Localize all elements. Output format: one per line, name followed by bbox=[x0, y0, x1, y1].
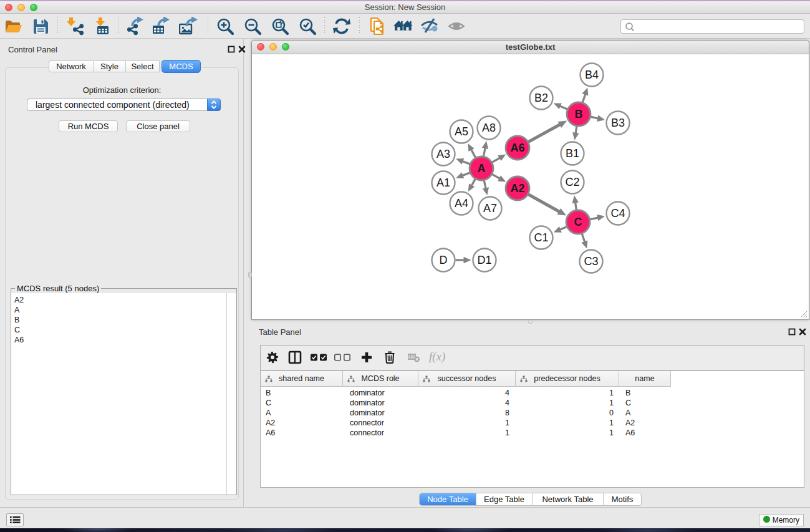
svg-text:A8: A8 bbox=[482, 122, 496, 134]
svg-text:C4: C4 bbox=[610, 207, 625, 220]
svg-text:B2: B2 bbox=[534, 92, 548, 104]
svg-text:A: A bbox=[478, 162, 486, 175]
svg-text:C: C bbox=[574, 216, 582, 228]
svg-text:B: B bbox=[575, 108, 583, 120]
svg-text:B1: B1 bbox=[566, 147, 579, 160]
svg-text:D1: D1 bbox=[477, 254, 491, 266]
svg-text:B3: B3 bbox=[611, 117, 625, 129]
svg-text:C1: C1 bbox=[534, 231, 548, 244]
svg-text:A7: A7 bbox=[483, 202, 497, 215]
svg-text:A5: A5 bbox=[455, 125, 468, 138]
svg-text:B4: B4 bbox=[585, 69, 599, 81]
svg-text:A2: A2 bbox=[510, 182, 524, 195]
svg-text:A4: A4 bbox=[455, 197, 468, 210]
svg-text:A3: A3 bbox=[436, 148, 450, 160]
svg-text:D: D bbox=[440, 254, 448, 266]
svg-text:C3: C3 bbox=[584, 255, 598, 268]
svg-text:A6: A6 bbox=[510, 142, 524, 154]
svg-text:A1: A1 bbox=[436, 177, 450, 189]
svg-text:C2: C2 bbox=[565, 176, 579, 188]
